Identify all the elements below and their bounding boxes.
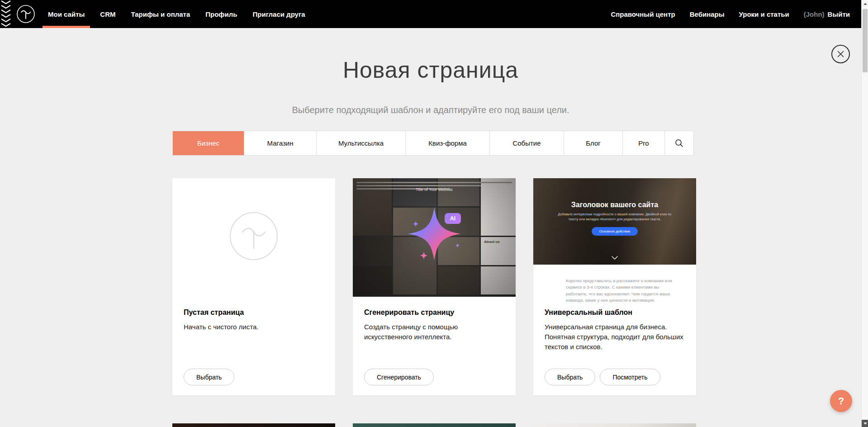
ai-badge: AI (445, 213, 461, 224)
choose-button[interactable]: Выбрать (184, 369, 234, 385)
sparkle-icon (413, 221, 419, 229)
nav-help-center[interactable]: Справочный центр (611, 10, 675, 18)
nav-invite-friend[interactable]: Пригласи друга (252, 0, 305, 28)
topbar: Мои сайты CRM Тарифы и оплата Профиль Пр… (0, 0, 868, 28)
nav-webinars[interactable]: Вебинары (690, 10, 725, 18)
next-row-card-preview[interactable] (172, 423, 335, 427)
secondary-nav: Справочный центр Вебинары Уроки и статьи… (611, 0, 868, 28)
sparkle-icon (420, 251, 428, 261)
card-description: Создать страницу с помощью искусственног… (364, 322, 504, 342)
card-actions: Выбрать Посмотреть (545, 369, 660, 385)
page-title: Новая страница (0, 57, 861, 83)
scrollbar-down-arrow[interactable] (862, 420, 868, 427)
scrollbar-thumb[interactable] (863, 9, 868, 72)
nav-lessons[interactable]: Уроки и статьи (739, 10, 789, 18)
nav-profile[interactable]: Профиль (205, 0, 237, 28)
template-preview-subtext: Добавьте интересные подробности о вашей … (553, 212, 676, 222)
account-menu[interactable]: (John) Выйти (804, 10, 850, 18)
nav-crm[interactable]: CRM (100, 0, 115, 28)
card-title: Сгенерировать страницу (364, 308, 504, 317)
tab-quiz-form[interactable]: Квиз-форма (405, 131, 489, 155)
sparkle-icon (455, 242, 460, 250)
new-page-screen: Мои сайты CRM Тарифы и оплата Профиль Пр… (0, 0, 868, 427)
view-button[interactable]: Посмотреть (600, 369, 660, 385)
generate-button[interactable]: Сгенерировать (364, 369, 434, 385)
ai-card-media: About us Title of Your Website (353, 178, 516, 297)
template-preview-body-text: Коротко представьтесь и расскажите о ком… (566, 278, 682, 304)
template-card-blank[interactable]: Пустая страница Начать с чистого листа. … (172, 178, 335, 395)
account-name: (John) (804, 10, 825, 18)
close-icon (837, 51, 844, 57)
scrollbar-up-arrow[interactable] (862, 0, 868, 7)
card-actions: Сгенерировать (364, 369, 434, 385)
choose-button[interactable]: Выбрать (545, 369, 595, 385)
card-description: Начать с чистого листа. (184, 322, 324, 332)
tab-store[interactable]: Магазин (244, 131, 316, 155)
nav-tariffs[interactable]: Тарифы и оплата (131, 0, 190, 28)
template-preview-cta-button: Основное действие (592, 227, 638, 236)
tab-pro[interactable]: Pro (622, 131, 664, 155)
blank-card-media (172, 178, 335, 297)
scrollbar[interactable] (861, 0, 868, 427)
tilda-logo-icon[interactable] (16, 5, 35, 24)
zigzag-decoration-icon (0, 0, 12, 28)
main-nav: Мои сайты CRM Тарифы и оплата Профиль Пр… (48, 0, 305, 28)
next-row-card-preview[interactable] (533, 423, 696, 427)
search-icon (675, 139, 683, 147)
tab-business[interactable]: Бизнес (173, 131, 244, 155)
tab-blog[interactable]: Блог (564, 131, 622, 155)
nav-my-sites[interactable]: Мои сайты (48, 0, 85, 28)
tab-multilink[interactable]: Мультиссылка (316, 131, 405, 155)
template-category-tabs: Бизнес Магазин Мультиссылка Квиз-форма С… (172, 131, 694, 156)
template-preview-hero: Заголовок вашего сайта Добавьте интересн… (533, 178, 696, 265)
card-description: Универсальная страница для бизнеса. Поня… (545, 322, 685, 351)
template-card-ai-generate[interactable]: About us Title of Your Website (353, 178, 516, 395)
next-row-card-preview[interactable] (353, 423, 516, 427)
tab-event[interactable]: Событие (489, 131, 564, 155)
tilda-watermark-icon (229, 211, 279, 263)
card-title: Универсальный шаблон (545, 308, 685, 317)
template-preview-heading: Заголовок вашего сайта (571, 201, 658, 209)
help-button[interactable]: ? (830, 390, 852, 412)
close-button[interactable] (831, 45, 850, 63)
template-card-universal[interactable]: Заголовок вашего сайта Добавьте интересн… (533, 178, 696, 395)
logout-link[interactable]: Выйти (828, 10, 850, 18)
tab-search[interactable] (664, 131, 693, 155)
chevron-down-icon (612, 253, 618, 261)
collage-site-title: Title of Your Website (353, 187, 516, 192)
card-title: Пустая страница (184, 308, 324, 317)
card-actions: Выбрать (184, 369, 234, 385)
page-subtitle: Выберите подходящий шаблон и адаптируйте… (0, 105, 861, 115)
